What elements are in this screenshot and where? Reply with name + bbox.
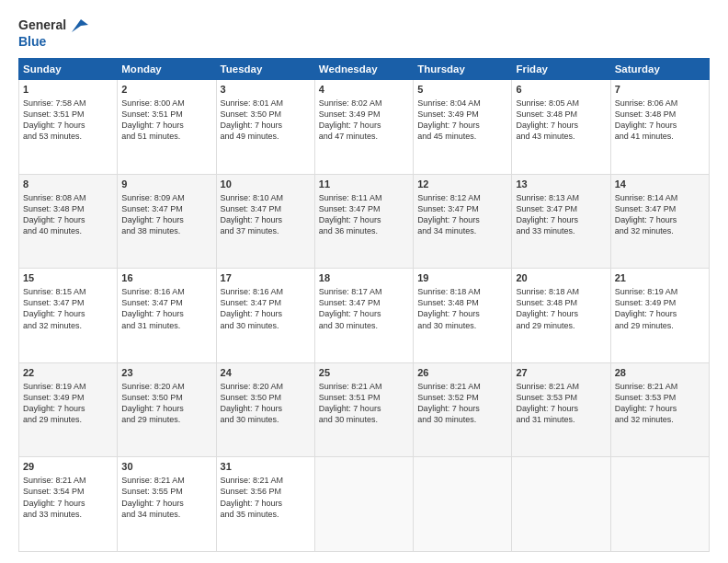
day-number: 10 bbox=[221, 178, 311, 191]
cell-line: Sunrise: 8:06 AM bbox=[615, 98, 705, 109]
cell-line: Sunrise: 8:21 AM bbox=[319, 381, 409, 392]
calendar-week-1: 1Sunrise: 7:58 AMSunset: 3:51 PMDaylight… bbox=[19, 80, 710, 175]
cell-line: Sunset: 3:47 PM bbox=[221, 297, 311, 308]
day-number: 28 bbox=[615, 366, 705, 380]
cell-line: Sunset: 3:47 PM bbox=[121, 203, 211, 214]
day-number: 26 bbox=[417, 366, 507, 380]
day-number: 7 bbox=[615, 83, 705, 97]
calendar-cell: 25Sunrise: 8:21 AMSunset: 3:51 PMDayligh… bbox=[314, 362, 413, 457]
cell-line: and 47 minutes. bbox=[319, 131, 409, 142]
cell-line: Daylight: 7 hours bbox=[121, 403, 211, 414]
cell-line: and 38 minutes. bbox=[121, 225, 211, 236]
calendar-cell: 23Sunrise: 8:20 AMSunset: 3:50 PMDayligh… bbox=[118, 362, 216, 457]
day-number: 25 bbox=[319, 366, 409, 380]
calendar-cell: 9Sunrise: 8:09 AMSunset: 3:47 PMDaylight… bbox=[118, 174, 216, 269]
col-header-saturday: Saturday bbox=[610, 59, 709, 80]
cell-line: Sunrise: 8:21 AM bbox=[615, 381, 705, 392]
cell-line: Sunrise: 8:21 AM bbox=[221, 475, 311, 486]
day-number: 15 bbox=[23, 271, 113, 285]
calendar-week-2: 8Sunrise: 8:08 AMSunset: 3:48 PMDaylight… bbox=[19, 174, 710, 269]
cell-line: Daylight: 7 hours bbox=[516, 120, 606, 131]
cell-line: and 35 minutes. bbox=[221, 509, 311, 520]
calendar-cell: 22Sunrise: 8:19 AMSunset: 3:49 PMDayligh… bbox=[19, 362, 118, 457]
day-number: 30 bbox=[121, 460, 211, 474]
cell-line: Daylight: 7 hours bbox=[23, 308, 113, 319]
cell-line: Daylight: 7 hours bbox=[121, 120, 211, 131]
calendar-cell: 20Sunrise: 8:18 AMSunset: 3:48 PMDayligh… bbox=[512, 269, 610, 363]
cell-line: Sunset: 3:48 PM bbox=[23, 203, 113, 214]
cell-line: and 30 minutes. bbox=[221, 320, 311, 331]
calendar-week-5: 29Sunrise: 8:21 AMSunset: 3:54 PMDayligh… bbox=[19, 457, 710, 552]
cell-line: Daylight: 7 hours bbox=[23, 498, 113, 509]
logo-blue: Blue bbox=[18, 34, 46, 49]
cell-line: and 32 minutes. bbox=[615, 225, 705, 236]
cell-line: Sunset: 3:50 PM bbox=[221, 109, 311, 120]
calendar-cell bbox=[512, 457, 610, 552]
cell-line: Sunset: 3:49 PM bbox=[319, 109, 409, 120]
cell-line: and 29 minutes. bbox=[516, 320, 606, 331]
cell-line: and 33 minutes. bbox=[23, 509, 113, 520]
cell-line: and 41 minutes. bbox=[615, 131, 705, 142]
cell-line: Sunrise: 8:16 AM bbox=[121, 286, 211, 297]
cell-line: Daylight: 7 hours bbox=[417, 120, 507, 131]
cell-line: Daylight: 7 hours bbox=[221, 214, 311, 225]
cell-line: Sunrise: 8:20 AM bbox=[221, 381, 311, 392]
cell-line: and 30 minutes. bbox=[417, 414, 507, 425]
col-header-tuesday: Tuesday bbox=[216, 59, 314, 80]
calendar-cell: 3Sunrise: 8:01 AMSunset: 3:50 PMDaylight… bbox=[216, 80, 314, 175]
cell-line: Sunset: 3:50 PM bbox=[221, 392, 311, 403]
calendar-cell: 19Sunrise: 8:18 AMSunset: 3:48 PMDayligh… bbox=[414, 269, 512, 363]
calendar-cell: 28Sunrise: 8:21 AMSunset: 3:53 PMDayligh… bbox=[610, 362, 709, 457]
cell-line: Sunrise: 8:15 AM bbox=[23, 286, 113, 297]
col-header-wednesday: Wednesday bbox=[314, 59, 413, 80]
calendar-cell: 30Sunrise: 8:21 AMSunset: 3:55 PMDayligh… bbox=[118, 457, 216, 552]
cell-line: and 34 minutes. bbox=[417, 225, 507, 236]
cell-line: Daylight: 7 hours bbox=[121, 498, 211, 509]
col-header-friday: Friday bbox=[512, 59, 610, 80]
svg-marker-0 bbox=[72, 19, 88, 32]
calendar-table: SundayMondayTuesdayWednesdayThursdayFrid… bbox=[18, 58, 710, 552]
cell-line: Sunset: 3:49 PM bbox=[615, 297, 705, 308]
cell-line: Sunset: 3:53 PM bbox=[615, 392, 705, 403]
cell-line: and 32 minutes. bbox=[23, 320, 113, 331]
cell-line: Sunset: 3:51 PM bbox=[121, 109, 211, 120]
calendar-cell: 8Sunrise: 8:08 AMSunset: 3:48 PMDaylight… bbox=[19, 174, 118, 269]
day-number: 27 bbox=[516, 366, 606, 380]
day-number: 4 bbox=[319, 83, 409, 97]
day-number: 23 bbox=[121, 366, 211, 380]
day-number: 31 bbox=[221, 460, 311, 474]
cell-line: and 31 minutes. bbox=[516, 414, 606, 425]
cell-line: Sunrise: 8:16 AM bbox=[221, 286, 311, 297]
cell-line: Sunrise: 8:18 AM bbox=[417, 286, 507, 297]
day-number: 14 bbox=[615, 178, 705, 191]
cell-line: Sunset: 3:52 PM bbox=[417, 392, 507, 403]
cell-line: Sunrise: 8:01 AM bbox=[221, 98, 311, 109]
cell-line: and 40 minutes. bbox=[23, 225, 113, 236]
cell-line: and 30 minutes. bbox=[221, 414, 311, 425]
calendar-cell: 18Sunrise: 8:17 AMSunset: 3:47 PMDayligh… bbox=[314, 269, 413, 363]
cell-line: Daylight: 7 hours bbox=[615, 214, 705, 225]
cell-line: Sunrise: 8:21 AM bbox=[516, 381, 606, 392]
calendar-cell: 21Sunrise: 8:19 AMSunset: 3:49 PMDayligh… bbox=[610, 269, 709, 363]
calendar-cell bbox=[610, 457, 709, 552]
cell-line: Sunset: 3:47 PM bbox=[23, 297, 113, 308]
day-number: 13 bbox=[516, 178, 606, 191]
cell-line: and 45 minutes. bbox=[417, 131, 507, 142]
cell-line: Sunset: 3:48 PM bbox=[417, 297, 507, 308]
day-number: 2 bbox=[121, 83, 211, 97]
cell-line: and 34 minutes. bbox=[121, 509, 211, 520]
day-number: 11 bbox=[319, 178, 409, 191]
cell-line: Sunset: 3:51 PM bbox=[319, 392, 409, 403]
cell-line: Sunrise: 8:21 AM bbox=[23, 475, 113, 486]
cell-line: and 30 minutes. bbox=[319, 320, 409, 331]
col-header-thursday: Thursday bbox=[414, 59, 512, 80]
calendar-cell: 1Sunrise: 7:58 AMSunset: 3:51 PMDaylight… bbox=[19, 80, 118, 175]
cell-line: and 29 minutes. bbox=[615, 320, 705, 331]
cell-line: and 33 minutes. bbox=[516, 225, 606, 236]
calendar-week-3: 15Sunrise: 8:15 AMSunset: 3:47 PMDayligh… bbox=[19, 269, 710, 363]
col-header-sunday: Sunday bbox=[19, 59, 118, 80]
logo: General Blue bbox=[18, 17, 88, 49]
cell-line: Sunset: 3:53 PM bbox=[516, 392, 606, 403]
day-number: 12 bbox=[417, 178, 507, 191]
cell-line: Daylight: 7 hours bbox=[121, 308, 211, 319]
